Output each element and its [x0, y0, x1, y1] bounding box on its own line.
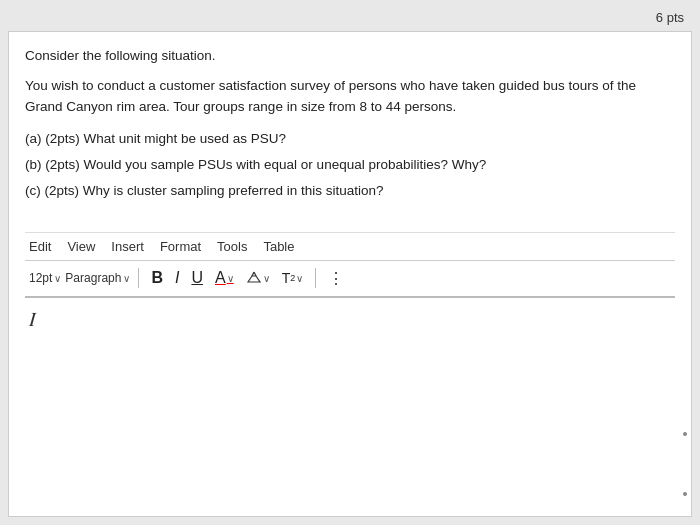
menu-table[interactable]: Table — [263, 239, 294, 254]
font-color-chevron: ∨ — [227, 273, 234, 284]
font-size-chevron: ∨ — [54, 273, 61, 284]
paragraph-select[interactable]: Paragraph ∨ — [65, 271, 130, 285]
question-intro: Consider the following situation. — [25, 46, 675, 66]
menu-edit[interactable]: Edit — [29, 239, 51, 254]
scroll-indicator-2 — [683, 492, 687, 496]
text-cursor: 𝐼 — [29, 308, 36, 330]
font-size-value: 12pt — [29, 271, 52, 285]
highlight-icon — [246, 270, 262, 286]
toolbar: 12pt ∨ Paragraph ∨ B I U A ∨ — [25, 261, 675, 298]
menu-view[interactable]: View — [67, 239, 95, 254]
menu-insert[interactable]: Insert — [111, 239, 144, 254]
editor-body[interactable]: 𝐼 — [25, 298, 675, 358]
svg-line-1 — [254, 272, 256, 276]
question-scenario: You wish to conduct a customer satisfact… — [25, 76, 675, 117]
paragraph-chevron: ∨ — [123, 273, 130, 284]
font-size-select[interactable]: 12pt ∨ — [29, 271, 61, 285]
menu-bar: Edit View Insert Format Tools Table — [25, 233, 675, 261]
top-bar: 6 pts — [8, 8, 692, 31]
highlight-chevron: ∨ — [263, 273, 270, 284]
editor-area: Edit View Insert Format Tools Table 12pt… — [25, 232, 675, 358]
content-card: Consider the following situation. You wi… — [8, 31, 692, 517]
italic-button[interactable]: I — [171, 267, 183, 289]
toolbar-divider-2 — [315, 268, 316, 288]
scroll-indicator-1 — [683, 432, 687, 436]
page-container: 6 pts Consider the following situation. … — [0, 0, 700, 525]
superscript-chevron: ∨ — [296, 273, 303, 284]
highlight-button[interactable]: ∨ — [242, 268, 274, 288]
superscript-button[interactable]: T2 ∨ — [278, 268, 308, 288]
menu-format[interactable]: Format — [160, 239, 201, 254]
question-part-b: (b) (2pts) Would you sample PSUs with eq… — [25, 155, 675, 175]
question-part-c: (c) (2pts) Why is cluster sampling prefe… — [25, 181, 675, 201]
points-label: 6 pts — [656, 10, 684, 25]
question-text: Consider the following situation. You wi… — [25, 46, 675, 208]
toolbar-divider-1 — [138, 268, 139, 288]
more-options-button[interactable]: ⋮ — [324, 267, 349, 290]
bold-button[interactable]: B — [147, 267, 167, 289]
underline-button[interactable]: U — [187, 267, 207, 289]
question-part-a: (a) (2pts) What unit might be used as PS… — [25, 129, 675, 149]
font-color-button[interactable]: A ∨ — [211, 267, 238, 289]
paragraph-label: Paragraph — [65, 271, 121, 285]
menu-tools[interactable]: Tools — [217, 239, 247, 254]
font-color-label: A — [215, 269, 226, 287]
